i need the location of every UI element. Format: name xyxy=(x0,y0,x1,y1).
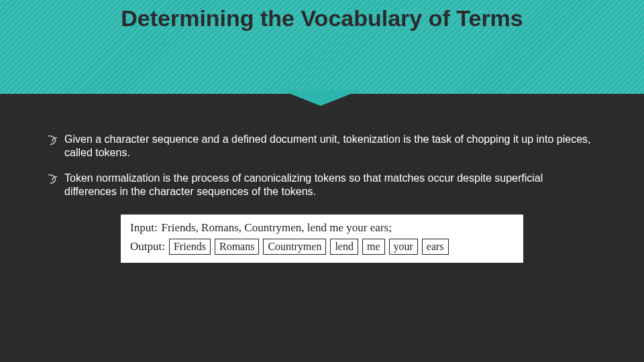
slide-title: Determining the Vocabulary of Terms xyxy=(0,0,644,32)
token: your xyxy=(389,239,418,255)
bullet-text: Token normalization is the process of ca… xyxy=(64,172,597,198)
token: Friends xyxy=(169,239,211,255)
bullet-item: Given a character sequence and a defined… xyxy=(47,133,597,160)
flourish-icon xyxy=(47,173,59,185)
flourish-icon xyxy=(47,134,59,146)
header-pointer-icon xyxy=(280,90,361,106)
bullet-item: Token normalization is the process of ca… xyxy=(47,172,597,198)
example-input-text: Friends, Romans, Countrymen, lend me you… xyxy=(162,221,392,235)
token: Countrymen xyxy=(263,239,326,255)
example-input-label: Input: xyxy=(130,221,158,235)
example-output-row: Output: Friends Romans Countrymen lend m… xyxy=(130,239,514,255)
example-input-row: Input: Friends, Romans, Countrymen, lend… xyxy=(130,221,514,235)
slide-content: Given a character sequence and a defined… xyxy=(0,94,644,263)
example-output-label: Output: xyxy=(130,240,165,253)
slide-header: Determining the Vocabulary of Terms xyxy=(0,0,644,94)
token: ears xyxy=(422,239,449,255)
token: Romans xyxy=(215,239,259,255)
bullet-text: Given a character sequence and a defined… xyxy=(64,133,597,160)
tokenization-example: Input: Friends, Romans, Countrymen, lend… xyxy=(121,215,523,263)
token: lend xyxy=(330,239,358,255)
token: me xyxy=(362,239,385,255)
